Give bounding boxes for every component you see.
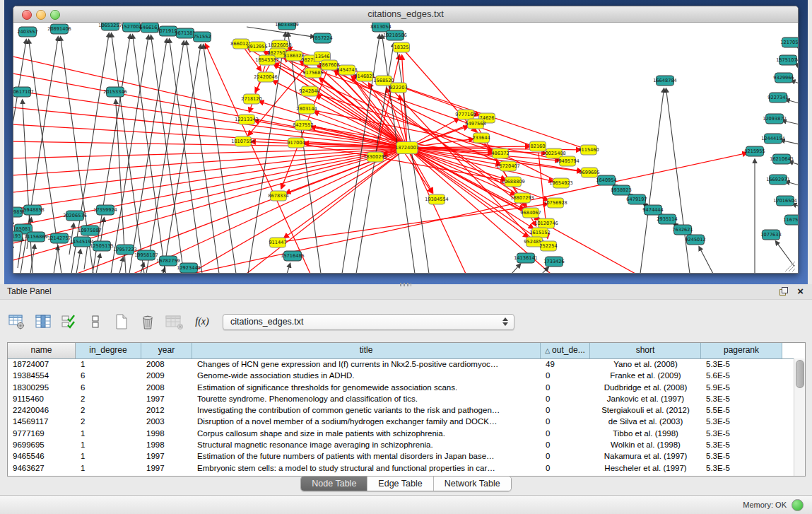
cell-pagerank: 5.3E-5 xyxy=(701,393,782,404)
node-label: 12505135 xyxy=(90,243,114,249)
network-edge xyxy=(146,41,184,273)
cell-year: 1997 xyxy=(141,462,192,474)
node-label: 39193 xyxy=(13,233,20,239)
function-icon[interactable]: f(x) xyxy=(190,312,214,332)
cell-in_degree: 2 xyxy=(76,416,141,427)
cell-title: Structural magnetic resonance image aver… xyxy=(192,439,541,450)
node-label: 17957223 xyxy=(113,247,137,252)
cell-name: 18724007 xyxy=(8,358,76,370)
column-header-title[interactable]: title xyxy=(192,343,541,358)
network-edge xyxy=(132,35,165,273)
close-panel-icon[interactable]: × xyxy=(797,285,804,297)
cell-short: Stergiakouli et al. (2012) xyxy=(590,404,701,416)
table-row[interactable]: 969969511998Structural magnetic resonanc… xyxy=(8,439,794,450)
table-row[interactable]: 2242004622012Investigating the contribut… xyxy=(8,404,794,416)
network-edge xyxy=(76,250,81,273)
tab-edge-table[interactable]: Edge Table xyxy=(367,477,433,491)
cell-out_degree: 0 xyxy=(541,404,590,416)
network-window-titlebar[interactable]: citations_edges.txt xyxy=(13,6,798,23)
table-row[interactable]: 1456911722003Disruption of a novel membe… xyxy=(8,416,794,427)
cell-short: Nakamura et al. (1997) xyxy=(590,450,701,462)
network-edge xyxy=(396,43,429,273)
delete-icon[interactable] xyxy=(138,312,159,332)
node-label: 9175685 xyxy=(302,70,323,76)
column-visibility-icon[interactable] xyxy=(33,312,54,332)
node-label: 8938923 xyxy=(611,187,631,193)
row-select-icon[interactable] xyxy=(59,312,81,332)
table-row[interactable]: 946554611997Estimation of the future num… xyxy=(8,450,794,462)
rows-icon[interactable] xyxy=(86,312,107,332)
float-panel-icon[interactable] xyxy=(779,287,788,296)
network-edge xyxy=(187,41,219,273)
network-desktop: citations_edges.txt 18724007240355720891… xyxy=(4,0,808,284)
node-label: 16543382 xyxy=(255,57,279,63)
memory-status-label: Memory: OK xyxy=(743,501,787,509)
node-label: 911447 xyxy=(269,240,286,245)
node-label: 15692971 xyxy=(766,177,790,182)
cell-in_degree: 6 xyxy=(76,382,141,393)
memory-status-indicator[interactable] xyxy=(792,499,804,511)
table-row[interactable]: 1872400712008Changes of HCN gene express… xyxy=(8,358,794,370)
node-table: namein_degreeyeartitle△out_de...shortpag… xyxy=(7,342,806,477)
canvas-resize-grip[interactable] xyxy=(785,262,795,271)
node-label: 9227343 xyxy=(767,95,788,100)
node-label: 16210643 xyxy=(770,156,794,162)
node-label: 15720407 xyxy=(496,163,520,169)
network-canvas[interactable]: 1872400724035572089140610653257152700264… xyxy=(13,23,798,273)
cell-short: de Silva et al. (2003) xyxy=(590,416,701,427)
node-label: 18724007 xyxy=(395,145,419,151)
node-label: 10120746 xyxy=(534,221,558,226)
node-label: 751552 xyxy=(193,34,211,40)
table-row[interactable]: 1938455462009Genome-wide association stu… xyxy=(8,370,794,381)
node-label: 917004 xyxy=(287,140,305,146)
network-edge xyxy=(163,45,201,273)
cell-title: Embryonic stem cells: a model to study s… xyxy=(192,462,541,474)
node-label: 20617107 xyxy=(13,89,34,95)
table-row[interactable]: 946362711997Embryonic stem cells: a mode… xyxy=(8,462,794,474)
node-label: 12093872 xyxy=(763,116,787,122)
table-scrollbar[interactable] xyxy=(794,358,805,476)
table-body: 1872400712008Changes of HCN gene express… xyxy=(8,358,794,476)
cell-short: Jankovic et al. (1997) xyxy=(590,393,701,404)
cell-name: 22420046 xyxy=(8,404,76,416)
select-stepper-icon xyxy=(502,317,508,326)
cell-title: Estimation of significance thresholds fo… xyxy=(192,382,541,393)
column-header-pagerank[interactable]: pagerank xyxy=(701,343,782,358)
node-label: 1640954 xyxy=(596,177,616,183)
table-scrollbar-thumb[interactable] xyxy=(796,360,804,388)
table-row[interactable]: 911546021997Tourette syndrome. Phenomeno… xyxy=(8,393,794,404)
tab-node-table[interactable]: Node Table xyxy=(301,477,367,491)
column-header-year[interactable]: year xyxy=(141,343,192,358)
tab-network-table[interactable]: Network Table xyxy=(433,477,511,491)
column-header-out_degree[interactable]: △out_de... xyxy=(541,343,590,358)
cell-name: 9699695 xyxy=(8,439,76,450)
node-label: 6479197 xyxy=(626,197,647,202)
column-header-name[interactable]: name xyxy=(8,343,76,358)
table-row[interactable]: 1830029562008Estimation of significance … xyxy=(8,382,794,393)
delete-table-icon[interactable] xyxy=(164,312,185,332)
cell-year: 2008 xyxy=(141,358,192,370)
table-toolbar: f(x) citations_edges.txt xyxy=(7,310,514,334)
cell-short: Yano et al. (2008) xyxy=(590,358,701,370)
column-header-short[interactable]: short xyxy=(590,343,701,358)
node-label: 12444154 xyxy=(761,136,785,141)
table-source-select[interactable]: citations_edges.txt xyxy=(223,314,514,330)
table-row[interactable]: 977716911998Corpus callosum shape and si… xyxy=(8,428,794,439)
cell-pagerank: 5.3E-5 xyxy=(701,450,782,462)
cell-pagerank: 5.6E-5 xyxy=(701,370,782,381)
node-label: 10653257 xyxy=(98,23,122,28)
cell-in_degree: 2 xyxy=(76,404,141,416)
node-label: 18226058 xyxy=(268,42,292,48)
node-label: 18807293 xyxy=(510,195,534,201)
node-label: 12213343 xyxy=(235,117,259,122)
cell-in_degree: 2 xyxy=(76,393,141,404)
node-label: 16648784 xyxy=(653,78,677,83)
network-window[interactable]: citations_edges.txt 18724007240355720891… xyxy=(13,6,799,274)
new-file-icon[interactable] xyxy=(112,312,133,332)
status-bar: Memory: OK xyxy=(0,495,812,514)
table-panel-title: Table Panel xyxy=(7,286,52,296)
table-settings-icon[interactable] xyxy=(7,312,28,332)
node-label: 18325 xyxy=(394,45,409,50)
column-header-in_degree[interactable]: in_degree xyxy=(76,343,141,358)
splitter-grip[interactable] xyxy=(400,283,411,286)
